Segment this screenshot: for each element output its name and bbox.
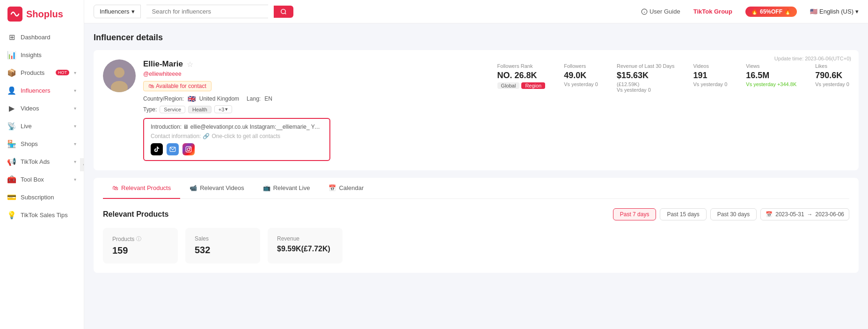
star-icon[interactable]: ☆: [187, 60, 193, 69]
stat-label: Videos: [693, 63, 728, 69]
sidebar-item-subscription[interactable]: 💳 Subscription: [0, 188, 84, 206]
svg-point-7: [114, 67, 124, 78]
influencer-stats: Followers Rank NO. 26.8K Global Region F…: [497, 59, 849, 161]
videos-icon: ▶: [7, 104, 16, 112]
email-icon: [169, 146, 176, 153]
tiktok-group-link[interactable]: TikTok Group: [693, 8, 732, 15]
update-time: Update time: 2023-06-06(UTC+0): [774, 56, 851, 61]
sidebar-item-label: Influencers: [21, 87, 69, 94]
info-icon[interactable]: ⓘ: [136, 235, 141, 242]
filter-past-15-days[interactable]: Past 15 days: [660, 208, 706, 220]
sidebar-item-tool-box[interactable]: 🧰 Tool Box ▾: [0, 170, 84, 188]
sidebar-item-tiktok-ads[interactable]: 📢 TikTok Ads ▾: [0, 153, 84, 170]
sidebar-item-label: Live: [21, 123, 69, 130]
date-to: 2023-06-06: [816, 211, 844, 218]
user-guide-link[interactable]: User Guide: [641, 8, 680, 15]
sidebar-item-label: Subscription: [21, 194, 76, 201]
influencer-handle[interactable]: @elliewhiteeee: [143, 71, 490, 77]
stat-value: 49.0K: [564, 71, 598, 80]
flag-icon: 🇺🇸: [810, 8, 817, 15]
type-health-tag[interactable]: Health: [188, 106, 212, 113]
contact-info-row: Contact information: 🔗 One-click to get …: [151, 133, 323, 139]
email-link[interactable]: [167, 143, 179, 155]
revenue-stat-card: Revenue $9.59K(£7.72K): [268, 228, 343, 263]
search-button[interactable]: [274, 6, 293, 18]
sidebar-item-dashboard[interactable]: ⊞ Dashboard: [0, 28, 84, 46]
sidebar-item-label: Products: [21, 69, 51, 76]
stat-label: Likes: [815, 63, 849, 69]
sidebar-item-label: Videos: [21, 105, 69, 112]
sidebar-item-label: Insights: [21, 51, 76, 58]
tab-calendar[interactable]: 📅 Calendar: [319, 178, 373, 199]
tiktok-link[interactable]: [151, 143, 163, 155]
lang-label: English (US): [819, 8, 853, 15]
date-filters: Past 7 days Past 15 days Past 30 days 📅 …: [613, 208, 849, 220]
revenue-label: Revenue: [277, 235, 299, 242]
stat-likes: Likes 790.6K Vs yesterday 0: [815, 63, 849, 87]
stats-cards: Products ⓘ 159 Sales 532 Revenue: [103, 228, 849, 263]
sidebar-item-live[interactable]: 📡 Live ▾: [0, 117, 84, 135]
stat-sub: Vs yesterday 0: [693, 81, 728, 87]
profile-info: Ellie-Marie ☆ @elliewhiteeee 🛍 Available…: [143, 59, 490, 161]
toolbox-icon: 🧰: [7, 175, 16, 183]
language-selector[interactable]: 🇺🇸 English (US) ▾: [810, 8, 859, 15]
sidebar-item-label: Tool Box: [21, 176, 69, 183]
svg-point-1: [281, 9, 285, 13]
sidebar-item-label: TikTok Sales Tips: [21, 212, 76, 219]
sidebar-item-label: Dashboard: [21, 34, 76, 41]
type-more-tag[interactable]: +3 ▾: [214, 105, 233, 113]
sidebar-item-shops[interactable]: 🏪 Shops ▾: [0, 135, 84, 153]
calendar-icon: 📅: [328, 184, 336, 191]
contact-box: Introduction: 🖥 ellie@elevationpr.co.uk …: [143, 118, 330, 161]
stat-revenue-30days: Revenue of Last 30 Days $15.63K (£12.59K…: [617, 63, 675, 93]
instagram-link[interactable]: [182, 143, 195, 155]
stat-card-label: Revenue: [277, 235, 333, 242]
type-service-tag[interactable]: Service: [160, 106, 185, 113]
stat-value: 191: [693, 71, 728, 80]
lang-value: EN: [264, 95, 272, 102]
stat-value: $15.63K: [617, 71, 675, 80]
stat-label: Followers Rank: [497, 63, 546, 69]
chevron-down-icon: ▾: [855, 8, 859, 15]
tab-label: Calendar: [339, 184, 364, 191]
tab-relevant-products[interactable]: 🛍 Relevant Products: [103, 178, 180, 199]
logo-icon: [7, 7, 22, 22]
sidebar-item-influencers[interactable]: 👤 Influencers ▾: [0, 81, 84, 99]
section-header: Relevant Products Past 7 days Past 15 da…: [103, 208, 849, 220]
sidebar-item-videos[interactable]: ▶ Videos ▾: [0, 99, 84, 117]
avatar: [103, 59, 136, 92]
search-input[interactable]: [146, 5, 268, 18]
available-contact-button[interactable]: 🛍 Available for contact: [143, 81, 212, 91]
filter-past-30-days[interactable]: Past 30 days: [710, 208, 757, 220]
contact-action[interactable]: One-click to get all contacts: [212, 133, 280, 139]
sales-value: 532: [195, 245, 251, 256]
dashboard-icon: ⊞: [7, 33, 16, 41]
more-count: +3: [219, 107, 225, 112]
stat-sub: Vs yesterday 0: [564, 81, 598, 87]
type-label: Type:: [143, 106, 157, 113]
discount-banner[interactable]: 🔥 65%OFF 🔥: [745, 7, 797, 17]
stat-sub: Vs yesterday 0: [815, 81, 849, 87]
insights-icon: 📊: [7, 51, 16, 59]
stat-sub: (£12.59K): [617, 81, 675, 87]
stat-views: Views 16.5M Vs yesterday +344.8K: [746, 63, 796, 87]
info-icon: [641, 8, 648, 15]
intro-icon: 🖥: [183, 124, 189, 130]
sidebar-item-insights[interactable]: 📊 Insights: [0, 46, 84, 64]
sidebar-item-tiktok-sales-tips[interactable]: 💡 TikTok Sales Tips: [0, 206, 84, 224]
tab-relevant-live[interactable]: 📺 Relevant Live: [254, 178, 320, 199]
products-stat-card: Products ⓘ 159: [103, 228, 178, 263]
sidebar-collapse-button[interactable]: ‹: [80, 158, 84, 171]
date-range-picker[interactable]: 📅 2023-05-31 → 2023-06-06: [760, 208, 849, 220]
date-arrow: →: [807, 211, 813, 218]
stat-badges: Global Region: [497, 82, 546, 89]
influencer-name: Ellie-Marie: [143, 59, 183, 69]
logo: Shoplus: [0, 0, 84, 28]
intro-row: Introduction: 🖥 ellie@elevationpr.co.uk …: [151, 124, 323, 130]
filter-past-7-days[interactable]: Past 7 days: [613, 208, 656, 220]
tab-relevant-videos[interactable]: 📹 Relevant Videos: [180, 178, 253, 199]
influencer-profile: Ellie-Marie ☆ @elliewhiteeee 🛍 Available…: [103, 59, 849, 161]
search-type-dropdown[interactable]: Influencers ▾: [94, 5, 141, 18]
live-icon: 📡: [7, 122, 16, 130]
sidebar-item-products[interactable]: 📦 Products HOT ▾: [0, 64, 84, 81]
